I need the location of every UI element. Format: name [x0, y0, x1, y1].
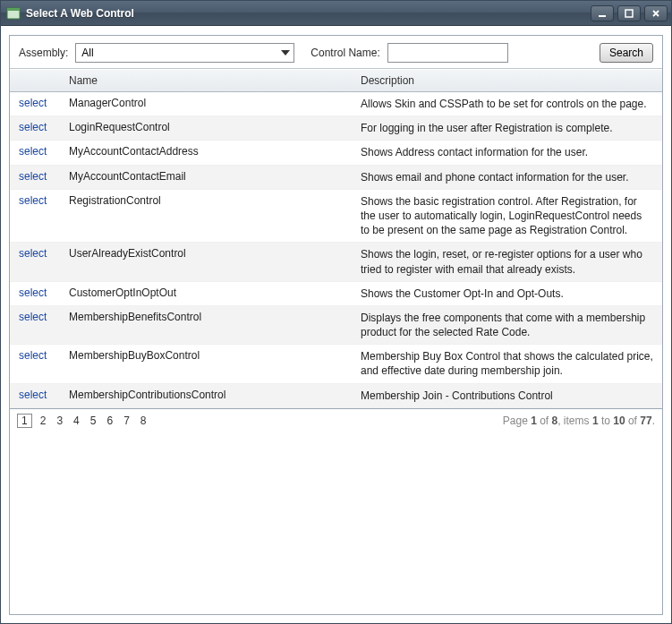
svg-rect-3	[625, 10, 633, 17]
row-select-cell: select	[10, 170, 69, 183]
row-name: MyAccountContactAddress	[69, 145, 361, 158]
minimize-button[interactable]	[591, 5, 614, 21]
page-link[interactable]: 3	[54, 414, 65, 428]
filter-bar: Assembly: All Control Name: Search	[10, 36, 662, 68]
row-select-cell: select	[10, 311, 69, 323]
row-name: ManagerControl	[69, 97, 361, 109]
select-link[interactable]: select	[19, 170, 47, 183]
row-description: Shows Address contact information for th…	[361, 145, 662, 159]
control-name-input[interactable]	[387, 43, 508, 63]
row-description: Membership Join - Contributions Control	[361, 389, 662, 403]
row-select-cell: select	[10, 97, 69, 109]
pager-summary: Page 1 of 8, items 1 to 10 of 77.	[503, 415, 655, 427]
table-row: selectUserAlreadyExistControlShows the l…	[10, 243, 662, 281]
maximize-button[interactable]	[617, 5, 641, 21]
row-select-cell: select	[10, 389, 69, 401]
row-name: MyAccountContactEmail	[69, 170, 361, 183]
row-description: Shows the login, reset, or re-register o…	[361, 247, 662, 276]
app-icon	[6, 6, 21, 21]
select-link[interactable]: select	[19, 349, 47, 362]
header-description: Description	[361, 74, 662, 87]
select-link[interactable]: select	[19, 145, 47, 158]
row-select-cell: select	[10, 121, 69, 133]
assembly-select[interactable]: All	[75, 43, 294, 63]
table-row: selectMembershipContributionsControlMemb…	[10, 384, 662, 408]
row-description: For logging in the user after Registrati…	[361, 121, 662, 135]
page-link[interactable]: 5	[88, 414, 99, 428]
table-row: selectMembershipBenefitsControlDisplays …	[10, 306, 662, 345]
row-select-cell: select	[10, 145, 69, 158]
row-select-cell: select	[10, 286, 69, 299]
content-area: Assembly: All Control Name: Search Name …	[1, 26, 671, 623]
page-link[interactable]: 8	[138, 414, 149, 428]
row-description: Displays the free components that come w…	[361, 311, 662, 339]
select-link[interactable]: select	[19, 121, 47, 133]
row-name: CustomerOptInOptOut	[69, 286, 361, 299]
select-link[interactable]: select	[19, 97, 47, 109]
dialog-window: Select A Web Control Assembly: All Contr…	[0, 0, 672, 624]
row-name: MembershipBuyBoxControl	[69, 349, 361, 362]
table-row: selectLoginRequestControlFor logging in …	[10, 116, 662, 141]
table-row: selectMembershipBuyBoxControlMembership …	[10, 345, 662, 383]
select-link[interactable]: select	[19, 311, 47, 323]
titlebar: Select A Web Control	[1, 1, 671, 26]
grid-body: selectManagerControlAllows Skin and CSSP…	[10, 92, 662, 408]
row-description: Allows Skin and CSSPath to be set for co…	[361, 97, 662, 111]
window-title: Select A Web Control	[26, 7, 591, 20]
results-grid: Name Description selectManagerControlAll…	[10, 68, 662, 614]
row-name: RegistrationControl	[69, 194, 361, 207]
page-list: 12345678	[17, 414, 149, 428]
table-row: selectRegistrationControlShows the basic…	[10, 190, 662, 244]
control-name-label: Control Name:	[310, 47, 379, 59]
select-link[interactable]: select	[19, 286, 47, 299]
row-description: Shows email and phone contact informatio…	[361, 170, 662, 184]
search-button[interactable]: Search	[600, 43, 653, 63]
page-link[interactable]: 2	[38, 414, 49, 428]
row-name: LoginRequestControl	[69, 121, 361, 133]
row-name: UserAlreadyExistControl	[69, 247, 361, 260]
row-name: MembershipBenefitsControl	[69, 311, 361, 323]
assembly-label: Assembly:	[19, 47, 68, 59]
table-row: selectManagerControlAllows Skin and CSSP…	[10, 92, 662, 116]
row-description: Shows the basic registration control. Af…	[361, 194, 662, 238]
table-row: selectMyAccountContactEmailShows email a…	[10, 166, 662, 190]
grid-header: Name Description	[10, 69, 662, 92]
select-link[interactable]: select	[19, 194, 47, 207]
assembly-select-value: All	[81, 47, 93, 59]
row-select-cell: select	[10, 194, 69, 207]
table-row: selectMyAccountContactAddressShows Addre…	[10, 141, 662, 165]
svg-rect-1	[7, 8, 20, 11]
table-row: selectCustomerOptInOptOutShows the Custo…	[10, 282, 662, 306]
window-buttons	[591, 5, 668, 21]
header-name: Name	[69, 74, 361, 87]
svg-rect-2	[599, 15, 606, 17]
page-link[interactable]: 6	[104, 414, 115, 428]
row-select-cell: select	[10, 349, 69, 362]
select-link[interactable]: select	[19, 247, 47, 260]
close-button[interactable]	[644, 5, 668, 21]
row-select-cell: select	[10, 247, 69, 260]
row-name: MembershipContributionsControl	[69, 389, 361, 401]
select-link[interactable]: select	[19, 389, 47, 401]
row-description: Shows the Customer Opt-In and Opt-Outs.	[361, 286, 662, 301]
chevron-down-icon	[281, 50, 290, 56]
blank-area	[10, 433, 662, 614]
page-link[interactable]: 4	[71, 414, 82, 428]
main-panel: Assembly: All Control Name: Search Name …	[9, 35, 663, 615]
page-link[interactable]: 7	[121, 414, 132, 428]
row-description: Membership Buy Box Control that shows th…	[361, 349, 662, 378]
pager: 12345678 Page 1 of 8, items 1 to 10 of 7…	[10, 408, 662, 433]
page-link[interactable]: 1	[17, 414, 32, 428]
